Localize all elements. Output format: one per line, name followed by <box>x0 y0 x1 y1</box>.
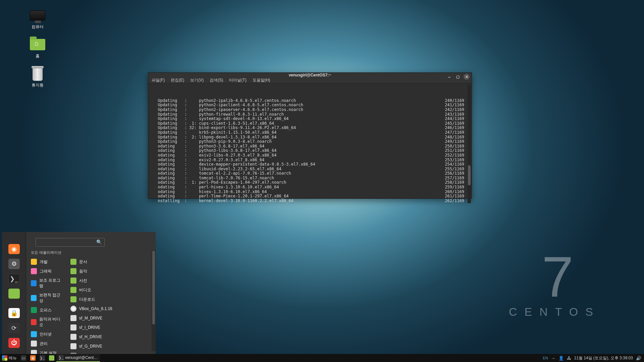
place-item[interactable]: 사진 <box>68 276 156 285</box>
tray-clock[interactable]: 11월 14일 (토요일), 오후 3:39:03 <box>574 355 633 361</box>
drive-icon <box>70 315 76 321</box>
terminal-counter: 245/1169 <box>445 121 464 126</box>
launcher-firefox-panel[interactable]: ◉ <box>28 354 38 362</box>
app-category-item[interactable]: 보조 프로그램 <box>28 276 66 291</box>
lock-button[interactable]: 🔒 <box>8 308 20 318</box>
terminal-counter: 256/1169 <box>445 171 464 176</box>
launcher-files-panel[interactable] <box>47 354 56 362</box>
app-category-item[interactable]: 개발 <box>28 257 66 266</box>
terminal-line: Updating : systemtap-sdt-devel-4.0-13.el… <box>153 117 468 121</box>
desktop-trash[interactable]: 휴지통 <box>21 66 54 88</box>
tray-updates-icon[interactable]: → <box>551 356 555 361</box>
terminal-scrollbar[interactable] <box>468 85 471 203</box>
terminal-menu-item[interactable]: 편집(E) <box>171 77 184 83</box>
terminal-menu-item[interactable]: 보기(V) <box>190 77 204 83</box>
tray-volume-icon[interactable]: 🔊 <box>636 356 641 361</box>
menu-button[interactable]: 메뉴 <box>0 354 19 362</box>
tray-user-icon[interactable]: 👤 <box>558 356 564 361</box>
desktop-home-label: 홈 <box>21 53 54 59</box>
app-category-item[interactable]: 음악과 비디오 <box>28 315 66 329</box>
place-item[interactable]: 음악 <box>68 266 156 276</box>
place-item[interactable]: 비디오 <box>68 285 156 295</box>
category-icon <box>31 331 37 337</box>
place-item[interactable]: 다운로드 <box>68 295 156 304</box>
menu-icon <box>2 355 7 361</box>
place-label: 다운로드 <box>79 297 95 302</box>
terminal-counter: 250/1169 <box>445 144 464 149</box>
terminal-menu-item[interactable]: 파일(F) <box>152 77 165 83</box>
places-column: 문서음악사진비디오다운로드VBox_GAs_6.1.16sf_M_DRIVEsf… <box>66 257 156 354</box>
tray-network-icon[interactable]: 🖧 <box>567 356 571 361</box>
terminal-line: odating : exiv2-0.27.0-3.el7_8.x86_64253… <box>153 158 468 163</box>
app-category-item[interactable]: 그래픽 <box>28 266 66 276</box>
maximize-button[interactable]: ▢ <box>455 74 461 80</box>
launcher-files[interactable] <box>8 289 20 299</box>
desktop-home[interactable]: 홈 <box>21 37 54 59</box>
menu-scrollbar-thumb[interactable] <box>152 251 155 324</box>
category-label: 오피스 <box>40 307 52 313</box>
terminal-line: Updating : python3-pip-9.0.3-8.el7.noarc… <box>153 139 468 144</box>
launcher-firefox[interactable]: ◉ <box>8 244 20 254</box>
show-desktop[interactable]: ▭ <box>19 354 28 362</box>
category-label: 개발 <box>40 259 48 265</box>
terminal-line: Updating : 1: cups-client-1.6.3-51.el7.x… <box>153 121 468 126</box>
place-label: 음악 <box>79 268 87 274</box>
terminal-menu-item[interactable]: 터미널(T) <box>229 77 246 83</box>
menu-scrollbar[interactable] <box>152 250 156 351</box>
tray-lang[interactable]: EN <box>543 356 548 360</box>
terminal-window[interactable]: venusgirl@CentOS7:~ ‒ ▢ ✕ 파일(F)편집(E)보기(V… <box>148 72 472 199</box>
wallpaper-brand: 7 CENTOS <box>509 248 600 318</box>
launcher-settings[interactable]: ⚙ <box>8 259 20 269</box>
task-terminal[interactable]: ❯_ venusgirl@Cent… <box>56 354 100 362</box>
category-label: 보조 프로그램 <box>39 278 63 289</box>
place-label: sf_H_DRIVE <box>79 335 102 339</box>
terminal-counter: 244/1169 <box>445 117 464 121</box>
terminal-titlebar[interactable]: venusgirl@CentOS7:~ ‒ ▢ ✕ <box>148 73 472 77</box>
launcher-terminal-panel[interactable]: ❯_ <box>38 354 47 362</box>
place-label: sf_M_DRIVE <box>79 316 102 320</box>
terminal-counter: 242/1169 <box>445 108 464 112</box>
place-item[interactable]: sf_I_DRIVE <box>68 323 156 332</box>
launcher-terminal[interactable]: ❯_ <box>8 274 20 284</box>
terminal-line: odating : tomcat-lib-7.0.76-15.el7.noarc… <box>153 176 468 181</box>
folder-icon <box>70 259 76 265</box>
app-category-item[interactable]: 오피스 <box>28 305 66 315</box>
category-label: 관리 <box>40 341 48 347</box>
drive-icon <box>70 324 76 330</box>
minimize-button[interactable]: ‒ <box>446 74 452 80</box>
restart-button[interactable]: ⟳ <box>8 323 20 333</box>
terminal-line: Updating : 32: bind-export-libs-9.11.4-2… <box>153 126 468 130</box>
place-item[interactable]: sf_M_DRIVE <box>68 313 156 323</box>
power-button[interactable]: ⏻ <box>8 338 20 348</box>
terminal-menu-item[interactable]: 검색(S) <box>210 77 223 83</box>
close-button[interactable]: ✕ <box>464 74 470 80</box>
desktop-computer-label: 컴퓨터 <box>21 24 54 30</box>
category-label: 보편적 접근성 <box>39 292 63 304</box>
app-category-item[interactable]: 기본 설정 <box>28 348 66 354</box>
category-icon <box>31 350 37 354</box>
terminal-counter: 248/1169 <box>445 135 464 140</box>
app-category-item[interactable]: 인터넷 <box>28 329 66 339</box>
terminal-line: odating : libuuid-devel-2.23.2-65.el7.x8… <box>153 167 468 172</box>
brand-number: 7 <box>509 248 614 305</box>
terminal-output[interactable]: Updating : python2-ipalib-4.6.8-5.el7.ce… <box>148 83 472 204</box>
terminal-counter: 261/1169 <box>445 194 464 199</box>
place-item[interactable]: VBox_GAs_6.1.16 <box>68 304 156 313</box>
place-item[interactable]: 문서 <box>68 257 156 266</box>
terminal-counter: 247/1169 <box>445 130 464 135</box>
place-item[interactable]: sf_H_DRIVE <box>68 332 156 342</box>
terminal-counter: 243/1169 <box>445 112 464 117</box>
app-category-item[interactable]: 관리 <box>28 339 66 348</box>
place-item[interactable]: sf_F_DRIVE <box>68 351 156 354</box>
app-category-item[interactable]: 보편적 접근성 <box>28 291 66 305</box>
scrollbar-thumb[interactable] <box>468 165 471 185</box>
terminal-menu-item[interactable]: 도움말(H) <box>253 77 270 83</box>
disc-icon <box>70 306 76 312</box>
terminal-counter: 260/1169 <box>445 190 464 194</box>
terminal-line: Updating : python2-ipaclient-4.6.8-5.el7… <box>153 103 468 108</box>
desktop-computer[interactable]: 컴퓨터 <box>21 8 54 30</box>
place-item[interactable]: sf_G_DRIVE <box>68 342 156 351</box>
terminal-title: venusgirl@CentOS7:~ <box>289 73 331 77</box>
terminal-line: odating : tomcat-el-2.2-api-7.0.76-15.el… <box>153 171 468 176</box>
start-menu-search[interactable] <box>36 238 105 247</box>
